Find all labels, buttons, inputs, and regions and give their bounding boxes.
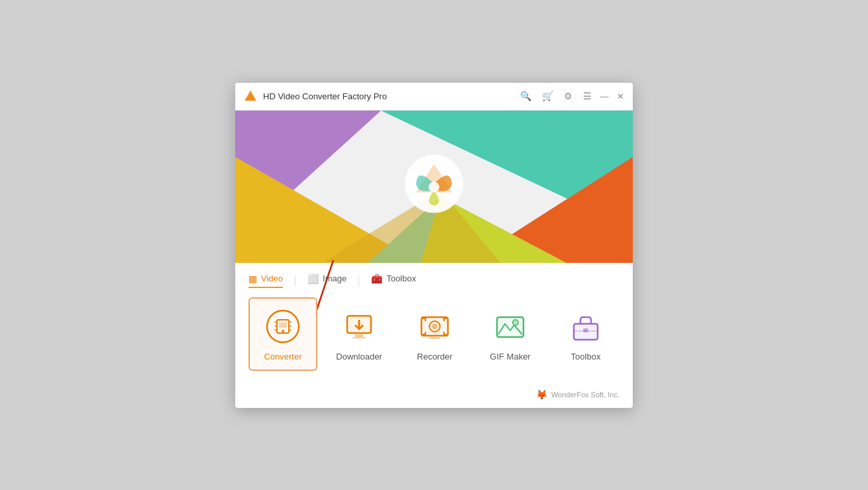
svg-point-12 — [429, 181, 439, 192]
minimize-button[interactable]: — — [600, 91, 609, 101]
titlebar: HD Video Converter Factory Pro 🔍 🛒 ⚙ ☰ —… — [235, 83, 633, 111]
svg-point-38 — [514, 321, 517, 324]
tab-divider-2 — [358, 275, 359, 286]
downloader-card[interactable]: Downloader — [325, 297, 393, 371]
svg-rect-22 — [289, 321, 292, 323]
svg-rect-28 — [353, 337, 366, 338]
toolbox-tab-label: Toolbox — [386, 273, 416, 283]
svg-rect-27 — [355, 334, 363, 337]
converter-icon — [264, 308, 301, 345]
menu-icon[interactable]: ☰ — [583, 91, 592, 101]
recorder-label: Recorder — [417, 352, 452, 362]
tab-image[interactable]: ⬜ Image — [307, 273, 347, 288]
svg-point-34 — [432, 324, 437, 329]
recorder-icon — [416, 308, 453, 345]
svg-point-18 — [282, 330, 284, 332]
converter-label: Converter — [264, 352, 301, 362]
svg-rect-17 — [279, 322, 287, 328]
recorder-card[interactable]: Recorder — [401, 297, 468, 371]
toolbox-card[interactable]: Toolbox — [552, 297, 620, 371]
close-button[interactable]: ✕ — [616, 91, 625, 101]
downloader-label: Downloader — [336, 352, 382, 362]
app-logo — [243, 89, 258, 103]
cart-icon[interactable]: 🛒 — [542, 91, 553, 101]
downloader-icon — [341, 308, 378, 345]
converter-card[interactable]: Converter — [248, 297, 317, 371]
search-icon[interactable]: 🔍 — [520, 91, 531, 101]
image-tab-label: Image — [323, 273, 347, 283]
titlebar-controls: — ✕ — [600, 91, 625, 101]
svg-rect-42 — [583, 328, 588, 332]
gif-maker-label: GIF Maker — [490, 352, 530, 362]
bottom-section: ▦ Video ⬜ Image 🧰 Toolbox — [235, 263, 633, 384]
svg-rect-20 — [274, 325, 277, 327]
feature-cards: Converter Downloader — [248, 297, 620, 371]
svg-rect-24 — [289, 329, 292, 331]
hero-banner — [235, 111, 633, 263]
tab-toolbox[interactable]: 🧰 Toolbox — [371, 273, 416, 288]
footer-text: WonderFox Soft, Inc. — [551, 391, 620, 399]
titlebar-icons: 🔍 🛒 ⚙ ☰ — [520, 91, 592, 101]
toolbox-card-label: Toolbox — [571, 352, 601, 362]
tab-divider-1 — [295, 275, 296, 286]
footer-flame-icon: 🦊 — [536, 389, 547, 400]
video-tab-icon: ▦ — [248, 273, 257, 284]
svg-rect-19 — [274, 321, 277, 323]
svg-rect-36 — [497, 317, 523, 337]
image-tab-icon: ⬜ — [307, 273, 319, 284]
app-center-logo — [404, 154, 464, 213]
svg-rect-23 — [289, 325, 292, 327]
gif-maker-icon — [492, 308, 529, 345]
settings-icon[interactable]: ⚙ — [564, 91, 572, 101]
svg-rect-32 — [429, 337, 440, 339]
tab-bar: ▦ Video ⬜ Image 🧰 Toolbox — [248, 273, 620, 288]
tab-video[interactable]: ▦ Video — [248, 273, 283, 288]
toolbox-card-icon — [567, 308, 604, 345]
video-tab-label: Video — [261, 273, 283, 283]
gif-maker-card[interactable]: GIF Maker — [476, 297, 544, 371]
main-window: HD Video Converter Factory Pro 🔍 🛒 ⚙ ☰ —… — [235, 83, 633, 408]
svg-rect-21 — [274, 329, 277, 331]
footer: 🦊 WonderFox Soft, Inc. — [235, 384, 633, 408]
toolbox-tab-icon: 🧰 — [371, 273, 382, 284]
app-title: HD Video Converter Factory Pro — [263, 91, 520, 101]
